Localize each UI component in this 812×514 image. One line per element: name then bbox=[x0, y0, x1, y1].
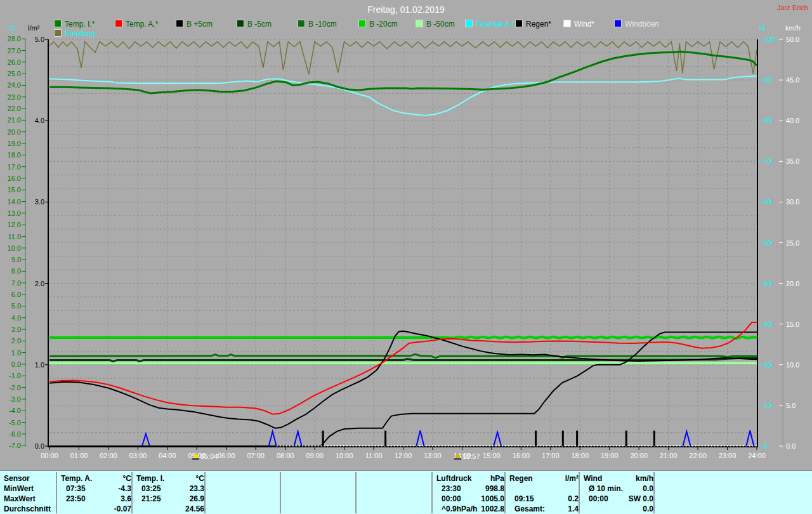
rain-impulse-bar bbox=[384, 431, 386, 446]
temp-tick-label: 23.0 bbox=[8, 93, 21, 101]
kmh-tick-label: 35.0 bbox=[786, 157, 799, 165]
table-cell-time: Gesamt: bbox=[514, 504, 545, 513]
temp-tick-label: 2.0 bbox=[11, 337, 21, 345]
wind-gust-spike bbox=[494, 432, 501, 446]
temp-tick-label: 8.0 bbox=[11, 267, 21, 275]
temp-tick-label: 24.0 bbox=[8, 81, 21, 89]
pct-tick-label: 50 bbox=[764, 239, 771, 247]
sunset-marker: 13:57 bbox=[454, 452, 480, 460]
x-tick-label: 21:00 bbox=[660, 452, 678, 459]
temp-tick-label: 5.0 bbox=[11, 302, 21, 310]
rain-impulse-bar bbox=[653, 431, 655, 446]
table-col-unit: l/m² bbox=[565, 474, 579, 483]
rain-impulse-bar bbox=[576, 431, 578, 446]
temp-tick-label: 21.0 bbox=[8, 116, 21, 124]
temp-tick-label: 17.0 bbox=[8, 163, 21, 171]
x-tick-label: 18:00 bbox=[571, 452, 589, 459]
table-cell-value: 1005.0 bbox=[481, 494, 504, 503]
series-empfang bbox=[49, 42, 757, 74]
table-col-unit: hPa bbox=[490, 474, 504, 483]
table-cell-value: 998.8 bbox=[485, 484, 504, 493]
table-cell-time: 00:00 bbox=[442, 494, 461, 503]
series-temp-i- bbox=[49, 51, 757, 93]
x-tick-label: 23:00 bbox=[719, 452, 737, 459]
table-divider bbox=[56, 472, 57, 513]
pct-tick-label: 90 bbox=[764, 76, 771, 84]
temp-tick-label: -6.0 bbox=[9, 430, 21, 438]
x-tick-label: 07:00 bbox=[247, 452, 265, 459]
table-divider bbox=[431, 472, 433, 513]
temp-tick-label: 10.0 bbox=[8, 244, 21, 252]
temp-tick-label: 26.0 bbox=[8, 58, 21, 66]
rain-tick-label: 0.0 bbox=[35, 442, 44, 450]
x-tick-label: 13:00 bbox=[424, 452, 442, 459]
rain-tick-label: 4.0 bbox=[35, 117, 44, 124]
x-tick-label: 08:00 bbox=[277, 452, 294, 459]
table-cell-value: 1002.8 bbox=[481, 504, 504, 513]
wind-gust-spike bbox=[683, 432, 690, 446]
x-tick-label: 01:00 bbox=[70, 452, 88, 459]
table-cell-value: -4.3 bbox=[118, 484, 131, 493]
x-tick-label: 11:00 bbox=[365, 452, 383, 459]
temp-tick-label: 16.0 bbox=[8, 175, 21, 182]
x-tick-label: 19:00 bbox=[601, 452, 619, 459]
table-row-label: Durchschnitt bbox=[4, 504, 51, 513]
kmh-tick-label: 30.0 bbox=[786, 198, 799, 206]
kmh-tick-label: 20.0 bbox=[786, 280, 799, 287]
kmh-tick-label: 5.0 bbox=[786, 402, 796, 409]
wind-gust-spike bbox=[746, 431, 754, 446]
pct-tick-label: 40 bbox=[764, 280, 771, 287]
pct-tick-label: 20 bbox=[764, 361, 771, 369]
temp-tick-label: -7.0 bbox=[9, 442, 21, 449]
table-col-header: Wind bbox=[584, 474, 602, 483]
x-tick-label: 03:00 bbox=[129, 452, 147, 459]
temp-tick-label: 1.0 bbox=[11, 349, 21, 357]
kmh-tick-label: 15.0 bbox=[786, 320, 799, 328]
temp-tick-label: -3.0 bbox=[9, 395, 21, 403]
kmh-tick-label: 40.0 bbox=[786, 117, 799, 124]
table-cell-value: 24.56 bbox=[185, 504, 204, 513]
table-divider bbox=[131, 472, 133, 513]
temp-tick-label: 18.0 bbox=[8, 151, 21, 159]
table-cell-value: -0.07 bbox=[114, 504, 131, 513]
temp-tick-label: 27.0 bbox=[8, 47, 21, 55]
sunset-time: 13:57 bbox=[462, 452, 480, 460]
table-cell-time: 03:25 bbox=[141, 484, 161, 493]
table-divider bbox=[653, 472, 655, 513]
rain-tick-label: 1.0 bbox=[35, 361, 44, 369]
table-cell-time: 23:30 bbox=[442, 484, 461, 493]
table-cell-time: ^0.9hPa/h bbox=[442, 504, 477, 513]
x-tick-label: 24:00 bbox=[748, 452, 766, 459]
sunset-icon bbox=[454, 454, 461, 460]
wind-gust-spike bbox=[294, 432, 302, 446]
temp-tick-label: 19.0 bbox=[8, 140, 21, 147]
rain-impulse-bar bbox=[562, 431, 564, 446]
table-divider bbox=[579, 472, 580, 513]
temp-tick-label: 7.0 bbox=[11, 279, 21, 287]
kmh-tick-label: 50.0 bbox=[786, 36, 799, 43]
wind-gust-spike bbox=[142, 434, 150, 446]
temp-tick-label: 12.0 bbox=[8, 221, 21, 228]
table-row-label: MinWert bbox=[4, 484, 34, 493]
table-divider bbox=[355, 472, 357, 513]
sunrise-marker: 05:04 bbox=[192, 452, 218, 460]
pct-tick-label: 70 bbox=[764, 157, 771, 165]
table-divider bbox=[280, 472, 281, 513]
x-tick-label: 15:00 bbox=[483, 452, 501, 459]
table-cell-value: 1.4 bbox=[568, 504, 579, 513]
weather-plot: 28.027.026.025.024.023.022.021.020.019.0… bbox=[0, 0, 812, 470]
temp-tick-label: 28.0 bbox=[8, 35, 21, 43]
table-cell-value: SW 0.0 bbox=[629, 494, 653, 503]
table-col-header: Temp. A. bbox=[61, 474, 92, 483]
table-cell-time: 23:50 bbox=[66, 494, 86, 503]
x-tick-label: 02:00 bbox=[100, 452, 117, 459]
rain-tick-label: 3.0 bbox=[35, 198, 44, 206]
table-col-header: Luftdruck bbox=[436, 474, 471, 483]
pct-tick-label: 100 bbox=[764, 36, 775, 43]
x-tick-label: 04:00 bbox=[159, 452, 176, 459]
temp-tick-label: -5.0 bbox=[9, 419, 21, 426]
rain-impulse-bar bbox=[625, 431, 627, 446]
x-tick-label: 20:00 bbox=[630, 452, 648, 459]
x-tick-label: 00:00 bbox=[41, 452, 58, 459]
table-cell-time: 09:15 bbox=[514, 494, 534, 503]
